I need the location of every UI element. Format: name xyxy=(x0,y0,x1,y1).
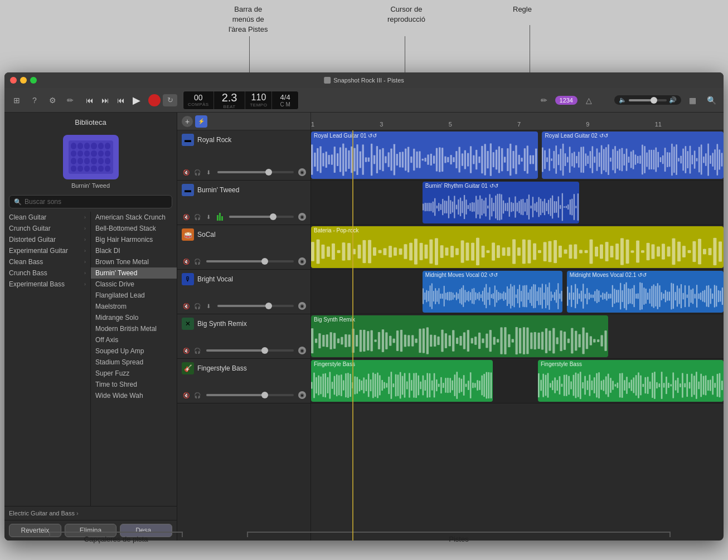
play-button[interactable]: ▶ xyxy=(129,93,144,108)
master-volume-slider[interactable]: 🔈 🔊 xyxy=(614,95,681,105)
mute-button[interactable]: 🔇 xyxy=(182,168,191,177)
library-category-item[interactable]: Crunch Bass› xyxy=(4,267,90,279)
library-preset-item[interactable]: Midrange Solo xyxy=(91,312,177,323)
library-preset-item[interactable]: Wide Wide Wah xyxy=(91,390,177,401)
record-button[interactable] xyxy=(148,94,161,106)
library-preset-item[interactable]: Brown Tone Metal xyxy=(91,256,177,267)
volume-thumb[interactable] xyxy=(651,97,657,104)
search-input[interactable] xyxy=(25,198,167,206)
search-button[interactable]: 🔍 xyxy=(703,92,719,108)
audio-region[interactable]: Fingerstyle Bass xyxy=(311,360,493,402)
track-header[interactable]: ▬ Royal Rock 🔇 🎧 ⬇ ◉ xyxy=(177,130,310,181)
library-preset-item[interactable]: Flangilated Lead xyxy=(91,290,177,301)
settings-button[interactable]: ⚙ xyxy=(45,92,60,108)
library-category-item[interactable]: Distorted Guitar› xyxy=(4,234,90,245)
headphone-button[interactable]: 🎧 xyxy=(193,212,202,221)
headphone-button[interactable]: 🎧 xyxy=(193,346,202,355)
audio-region[interactable]: Royal Lead Guitar 02 ↺↺ xyxy=(542,132,724,179)
library-preset-item[interactable]: Off Axis xyxy=(91,334,177,345)
track-lane[interactable]: Fingerstyle BassFingerstyle Bass xyxy=(311,359,724,403)
library-preset-item[interactable]: Classic Drive xyxy=(91,279,177,290)
library-preset-item[interactable]: Maelstrom xyxy=(91,301,177,312)
pan-knob[interactable]: ◉ xyxy=(298,213,306,221)
edit-button[interactable]: ✏ xyxy=(62,92,78,108)
help-button[interactable]: ? xyxy=(27,92,42,108)
volume-slider[interactable] xyxy=(217,171,294,173)
audio-region[interactable]: Midnight Moves Vocal 02 ↺↺ xyxy=(423,271,563,313)
pan-knob[interactable]: ◉ xyxy=(298,257,306,265)
library-button[interactable]: ⊞ xyxy=(9,92,25,108)
volume-knob[interactable] xyxy=(261,258,268,265)
mute-button[interactable]: 🔇 xyxy=(182,257,191,266)
track-lane[interactable]: Big Synth Remix xyxy=(311,314,724,359)
library-category-item[interactable]: Clean Guitar› xyxy=(4,212,90,223)
fast-forward-button[interactable]: ⏭ xyxy=(98,93,113,108)
track-header[interactable]: 🎙 Bright Vocal 🔇 🎧 ⬇ ◉ xyxy=(177,270,310,314)
minimize-button[interactable] xyxy=(20,77,27,84)
audio-region[interactable]: Fingerstyle Bass xyxy=(538,360,724,402)
maximize-button[interactable] xyxy=(30,77,37,84)
track-lane[interactable]: Royal Lead Guitar 01 ↺↺Royal Lead Guitar… xyxy=(311,130,724,181)
library-category-item[interactable]: Experimental Guitar› xyxy=(4,245,90,256)
track-header[interactable]: 🎸 Fingerstyle Bass 🔇 🎧 ◉ xyxy=(177,359,310,403)
record-arm-button[interactable]: ⬇ xyxy=(204,212,213,221)
volume-slider[interactable] xyxy=(229,216,294,218)
volume-knob[interactable] xyxy=(261,347,268,354)
headphone-button[interactable]: 🎧 xyxy=(193,391,202,400)
search-box[interactable]: 🔍 xyxy=(9,195,172,208)
headphone-button[interactable]: 🎧 xyxy=(193,257,202,266)
library-category-item[interactable]: Crunch Guitar› xyxy=(4,223,90,234)
record-arm-button[interactable]: ⬇ xyxy=(204,301,213,310)
library-preset-item[interactable]: Black DI xyxy=(91,245,177,256)
audio-region[interactable]: Midnight Moves Vocal 02.1 ↺↺ xyxy=(567,271,724,313)
mute-button[interactable]: 🔇 xyxy=(182,212,191,221)
close-button[interactable] xyxy=(10,77,17,84)
track-header[interactable]: ✕ Big Synth Remix 🔇 🎧 ◉ xyxy=(177,314,310,359)
mute-button[interactable]: 🔇 xyxy=(182,346,191,355)
track-header[interactable]: ▬ Burnin' Tweed 🔇 🎧 ⬇ ◉ xyxy=(177,181,310,225)
volume-knob[interactable] xyxy=(261,392,268,398)
smart-controls-button[interactable]: ⚡ xyxy=(195,115,207,128)
track-lane[interactable]: Bateria - Pop-rock xyxy=(311,225,724,270)
mute-button[interactable]: 🔇 xyxy=(182,391,191,400)
add-track-button[interactable]: + xyxy=(182,116,193,127)
audio-region[interactable]: Big Synth Remix xyxy=(311,315,608,357)
volume-knob[interactable] xyxy=(270,213,276,220)
library-preset-item[interactable]: American Stack Crunch xyxy=(91,212,177,223)
pan-knob[interactable]: ◉ xyxy=(298,168,306,176)
track-lane[interactable]: Midnight Moves Vocal 02 ↺↺Midnight Moves… xyxy=(311,270,724,314)
library-preset-item[interactable]: Souped Up Amp xyxy=(91,345,177,357)
pan-knob[interactable]: ◉ xyxy=(298,347,306,354)
record-arm-button[interactable]: ⬇ xyxy=(204,168,213,177)
library-preset-item[interactable]: Bell-Bottomed Stack xyxy=(91,223,177,234)
cycle-button[interactable]: ↻ xyxy=(163,94,177,106)
volume-knob[interactable] xyxy=(265,303,272,309)
track-lane[interactable]: Burnin' Rhythm Guitar 01 ↺↺ xyxy=(311,181,724,225)
volume-knob[interactable] xyxy=(265,169,272,176)
pencil-tool-button[interactable]: ✏ xyxy=(536,92,552,108)
count-in-badge[interactable]: 1234 xyxy=(555,96,577,105)
library-category-item[interactable]: Clean Bass› xyxy=(4,256,90,267)
grid-view-button[interactable]: ▦ xyxy=(685,92,700,108)
volume-slider[interactable] xyxy=(206,349,294,352)
rewind-button[interactable]: ⏮ xyxy=(82,93,97,108)
library-category-item[interactable]: Experimental Bass› xyxy=(4,279,90,290)
library-preset-item[interactable]: Stadium Spread xyxy=(91,357,177,368)
audio-region[interactable]: Bateria - Pop-rock xyxy=(311,226,724,268)
audio-region[interactable]: Burnin' Rhythm Guitar 01 ↺↺ xyxy=(423,182,579,223)
category-link[interactable]: Electric Guitar and Bass xyxy=(9,510,75,517)
library-preset-item[interactable]: Burnin' Tweed xyxy=(91,267,177,279)
metronome-button[interactable]: △ xyxy=(581,92,596,108)
library-preset-item[interactable]: Big Hair Harmonics xyxy=(91,234,177,245)
pan-knob[interactable]: ◉ xyxy=(298,302,306,310)
library-preset-item[interactable]: Super Fuzz xyxy=(91,368,177,379)
track-header[interactable]: 🥁 SoCal 🔇 🎧 ◉ xyxy=(177,225,310,270)
volume-slider[interactable] xyxy=(217,305,294,307)
library-preset-item[interactable]: Modern British Metal xyxy=(91,323,177,334)
library-preset-item[interactable]: Time to Shred xyxy=(91,379,177,390)
mute-button[interactable]: 🔇 xyxy=(182,301,191,310)
tracks-scroll[interactable]: ▬ Royal Rock 🔇 🎧 ⬇ ◉ ▬ Burnin' Tweed 🔇 🎧… xyxy=(177,130,724,540)
headphone-button[interactable]: 🎧 xyxy=(193,301,202,310)
audio-region[interactable]: Royal Lead Guitar 01 ↺↺ xyxy=(311,132,538,179)
volume-slider[interactable] xyxy=(206,394,294,396)
